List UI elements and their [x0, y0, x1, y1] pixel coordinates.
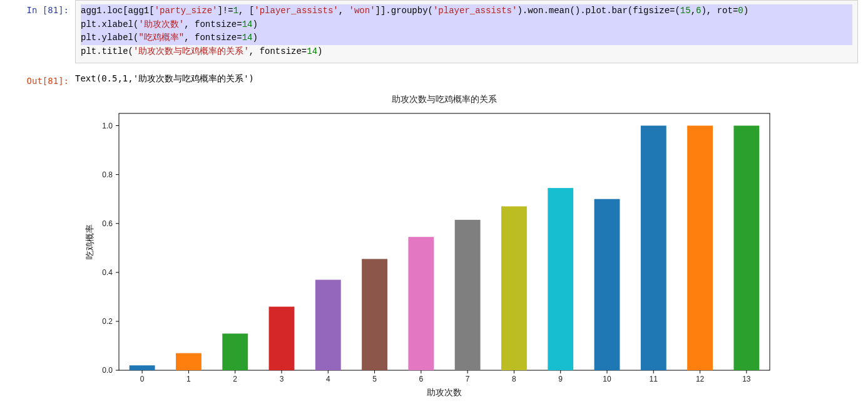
code-token: plt.title( [81, 46, 133, 56]
bar [687, 125, 713, 370]
x-tick-label: 7 [466, 375, 470, 383]
code-token: 14 [242, 33, 253, 43]
x-tick-label: 11 [650, 375, 658, 383]
bar [176, 353, 202, 370]
bar [641, 125, 666, 370]
bar [548, 188, 573, 370]
code-token: , [691, 6, 696, 16]
bar [501, 206, 527, 370]
code-token: 14 [307, 46, 317, 56]
x-tick-label: 9 [558, 375, 563, 383]
x-tick-label: 13 [742, 375, 751, 383]
code-token: ]!= [217, 6, 233, 16]
x-tick-label: 6 [419, 375, 424, 383]
code-token: , [ [238, 6, 254, 16]
x-tick-label: 10 [603, 375, 611, 383]
code-token: 'won' [349, 6, 375, 16]
output-prompt: Out[81]: [0, 71, 75, 86]
code-token: 'player_assists' [254, 6, 338, 16]
code-token: , [339, 6, 349, 16]
code-token: agg1.loc[agg1[ [81, 6, 155, 16]
code-token: , fontsize= [249, 46, 307, 56]
code-token: ) [743, 6, 748, 16]
y-axis-label: 吃鸡概率 [84, 224, 94, 259]
code-token: plt.xlabel( [81, 19, 138, 29]
plot-frame [119, 113, 770, 370]
x-tick-label: 3 [280, 375, 284, 383]
code-token: , fontsize= [184, 19, 242, 29]
input-prompt: In [81]: [0, 0, 75, 15]
input-cell: In [81]: agg1.loc[agg1['party_size']!=1,… [0, 0, 868, 63]
bar [733, 125, 759, 370]
code-token: ) [317, 46, 322, 56]
bar [315, 279, 341, 370]
y-tick-label: 0.0 [102, 366, 113, 375]
x-tick-label: 2 [233, 375, 237, 383]
y-tick-label: 0.6 [102, 219, 113, 227]
bar [455, 220, 481, 370]
code-token: 14 [242, 19, 253, 29]
code-token: '助攻次数' [138, 19, 184, 29]
code-token: ), rot= [701, 6, 738, 16]
y-tick-label: 0.2 [102, 317, 113, 326]
x-tick-label: 0 [140, 375, 145, 383]
bar-chart: 助攻次数与吃鸡概率的关系0.00.20.40.60.81.0吃鸡概率012345… [81, 91, 782, 402]
x-tick-label: 1 [186, 375, 191, 383]
bar [130, 365, 155, 370]
y-tick-label: 0.4 [102, 268, 113, 277]
bar [269, 306, 295, 370]
code-token: ]].groupby( [375, 6, 433, 16]
x-axis-label: 助攻次数 [427, 387, 462, 397]
chart-title: 助攻次数与吃鸡概率的关系 [392, 94, 497, 104]
code-token: "吃鸡概率" [138, 33, 184, 43]
code-token: 1 [233, 6, 238, 16]
x-tick-label: 8 [512, 375, 516, 383]
code-token: 'party_size' [155, 6, 218, 16]
output-text: Text(0.5,1,'助攻次数与吃鸡概率的关系') [75, 71, 868, 85]
bar [362, 259, 387, 370]
chart-container: 助攻次数与吃鸡概率的关系0.00.20.40.60.81.0吃鸡概率012345… [81, 91, 868, 402]
bar [408, 237, 434, 370]
code-token: 15 [680, 6, 691, 16]
code-token: 'player_assists' [433, 6, 517, 16]
bar [222, 333, 248, 370]
code-token: ) [252, 19, 257, 29]
code-editor[interactable]: agg1.loc[agg1['party_size']!=1, ['player… [75, 0, 858, 63]
code-token: '助攻次数与吃鸡概率的关系' [133, 46, 249, 56]
code-token: , fontsize= [184, 33, 242, 43]
x-tick-label: 4 [326, 375, 330, 383]
code-token: plt.ylabel( [81, 33, 138, 43]
y-tick-label: 0.8 [102, 170, 113, 179]
bar [595, 199, 620, 370]
code-token: ) [252, 33, 257, 43]
x-tick-label: 5 [372, 375, 377, 383]
x-tick-label: 12 [696, 375, 705, 383]
code-token: 0 [738, 6, 743, 16]
y-tick-label: 1.0 [102, 121, 113, 130]
output-cell: Out[81]: Text(0.5,1,'助攻次数与吃鸡概率的关系') [0, 71, 868, 86]
code-token: ).won.mean().plot.bar(figsize=( [517, 6, 680, 16]
